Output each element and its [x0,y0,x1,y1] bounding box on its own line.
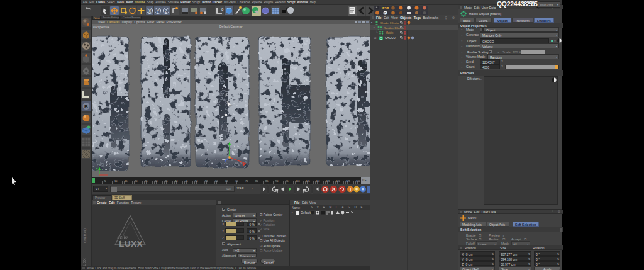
svg-text:LUXX: LUXX [119,239,143,249]
svg-text:X: X [148,9,152,13]
svg-text:Y: Y [157,9,160,13]
svg-text:C: C [380,37,383,40]
svg-text:Z: Z [165,9,168,13]
svg-text:B: B [84,104,88,110]
